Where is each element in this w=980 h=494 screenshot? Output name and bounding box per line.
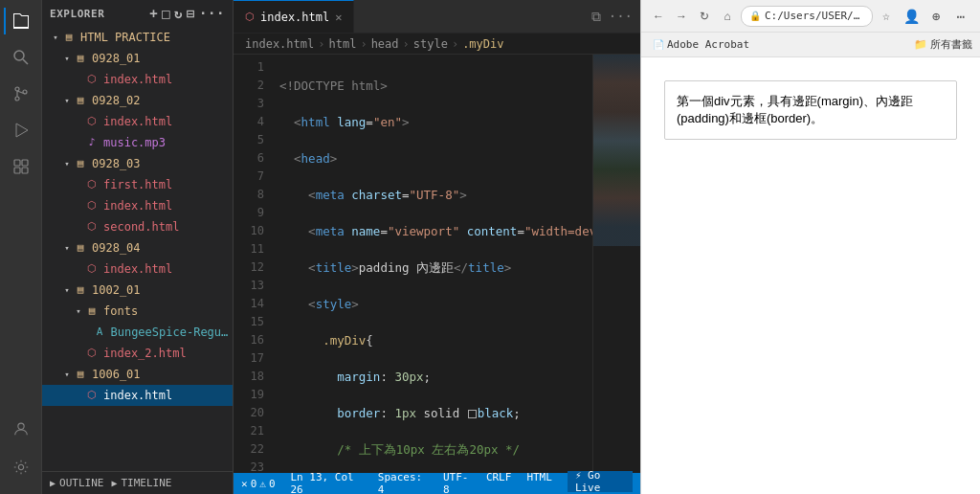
search-icon[interactable] xyxy=(4,40,38,75)
tab-close-button[interactable]: ✕ xyxy=(335,11,342,24)
token: /* 上下為10px 左右為20px */ xyxy=(337,442,520,457)
token: { xyxy=(366,333,373,348)
browser-back-button[interactable]: ← xyxy=(649,7,668,26)
tree-item-second[interactable]: ⬡ second.html xyxy=(42,216,233,237)
token: = xyxy=(380,224,388,238)
tree-item-index-1[interactable]: ⬡ index.html xyxy=(42,69,233,90)
account-icon[interactable] xyxy=(4,412,38,446)
sidebar-icons: + □ ↻ ⊟ ··· xyxy=(149,6,225,21)
token: margin xyxy=(337,370,380,384)
more-tab-actions-icon[interactable]: ··· xyxy=(609,9,633,24)
token xyxy=(279,333,323,348)
browser-address-text: C:/Users/USER/OneDri... xyxy=(765,10,864,22)
browser-address-bar[interactable]: 🔒 C:/Users/USER/OneDri... xyxy=(741,6,873,27)
tree-item-index-4[interactable]: ⬡ index.html xyxy=(42,258,233,280)
encoding[interactable]: UTF-8 xyxy=(443,471,471,494)
tree-item-1006_01[interactable]: ▾ ▤ 1006_01 xyxy=(42,364,233,385)
token: < xyxy=(308,260,316,275)
token: meta xyxy=(316,224,345,238)
folder-arrow: ▾ xyxy=(61,91,73,110)
tree-item-1002_01[interactable]: ▾ ▤ 1002_01 xyxy=(42,280,233,301)
token: < xyxy=(294,151,301,166)
code-line: <meta name="viewport" content="width=dev… xyxy=(279,222,585,240)
browser-menu-button[interactable]: ⋯ xyxy=(949,5,972,28)
tree-item-first[interactable]: ⬡ first.html xyxy=(42,174,233,195)
tree-item-0928_04[interactable]: ▾ ▤ 0928_04 xyxy=(42,237,233,258)
browser-home-button[interactable]: ⌂ xyxy=(718,7,737,26)
browser-profile-button[interactable]: 👤 xyxy=(900,5,923,28)
bookmarks-folder[interactable]: 📁 所有書籤 xyxy=(914,37,972,52)
token: 30px xyxy=(394,370,423,384)
token: padding 內邊距 xyxy=(359,260,454,275)
refresh-icon[interactable]: ↻ xyxy=(174,6,183,21)
browser-reload-button[interactable]: ↻ xyxy=(695,7,714,26)
html-icon: ⬡ xyxy=(84,386,100,405)
tree-item-music[interactable]: ♪ music.mp3 xyxy=(42,132,233,153)
timeline-label: TIMELINE xyxy=(121,477,171,489)
token: < xyxy=(308,297,316,311)
token: > xyxy=(459,188,467,202)
source-control-icon[interactable] xyxy=(4,77,38,111)
token: "en" xyxy=(373,115,402,129)
code-line: <style> xyxy=(279,295,585,313)
extensions-icon[interactable] xyxy=(4,149,38,184)
breadcrumb-head[interactable]: head xyxy=(371,37,399,51)
line-ending[interactable]: CRLF xyxy=(486,471,512,494)
tree-item-index-2[interactable]: ⬡ index.html xyxy=(42,111,233,132)
code-line: <meta charset="UTF-8"> xyxy=(279,186,585,204)
tree-item-0928_01[interactable]: ▾ ▤ 0928_01 xyxy=(42,48,233,69)
collapse-icon[interactable]: ⊟ xyxy=(187,6,195,21)
new-folder-icon[interactable]: □ xyxy=(162,6,170,21)
more-actions-icon[interactable]: ··· xyxy=(199,6,225,21)
new-file-icon[interactable]: + xyxy=(149,6,158,21)
tree-item-index-3[interactable]: ⬡ index.html xyxy=(42,195,233,216)
folder-arrow: ▾ xyxy=(50,28,61,47)
folder-arrow: ▾ xyxy=(61,154,73,173)
code-editor[interactable]: 12345 678910 1112131415 1617181920 21222… xyxy=(234,55,640,473)
token: : xyxy=(380,406,394,420)
token xyxy=(279,224,308,238)
cursor-position[interactable]: Ln 13, Col 26 xyxy=(291,471,363,494)
svg-point-13 xyxy=(18,464,23,469)
breadcrumb-index[interactable]: index.html xyxy=(245,37,314,51)
activity-bar xyxy=(0,0,42,494)
breadcrumb-style[interactable]: style xyxy=(413,37,448,51)
tree-item-0928_03[interactable]: ▾ ▤ 0928_03 xyxy=(42,153,233,174)
code-content[interactable]: <!DOCTYPE html> <html lang="en"> <head> … xyxy=(272,55,592,473)
go-live-button[interactable]: ⚡ Go Live xyxy=(568,471,633,492)
tree-item-index-5[interactable]: ⬡ index_2.html xyxy=(42,343,233,364)
folder-icon: ▤ xyxy=(73,49,88,68)
color-preview xyxy=(468,410,477,418)
tree-item-index-active[interactable]: ⬡ index.html xyxy=(42,385,233,406)
token: </ xyxy=(454,260,468,275)
split-editor-icon[interactable]: ⧉ xyxy=(591,9,601,25)
indentation[interactable]: Spaces: 4 xyxy=(378,471,428,494)
token: = xyxy=(366,115,373,129)
explorer-icon[interactable] xyxy=(4,4,38,38)
folder-arrow: ▾ xyxy=(61,281,73,300)
code-line: <title>padding 內邊距</title> xyxy=(279,258,585,277)
token: ; xyxy=(424,370,432,384)
tree-item-0928_02[interactable]: ▾ ▤ 0928_02 xyxy=(42,90,233,111)
tree-item-fonts[interactable]: ▾ ▤ fonts xyxy=(42,301,233,322)
breadcrumb-current[interactable]: .myDiv xyxy=(462,37,503,51)
tree-item-bungee[interactable]: A BungeeSpice-Regu... xyxy=(42,322,233,343)
file-label: index.html xyxy=(103,386,172,405)
outline-section[interactable]: ▶ OUTLINE xyxy=(50,477,103,489)
browser-favorite-button[interactable]: ☆ xyxy=(877,7,896,26)
tab-index-html[interactable]: ⬡ index.html ✕ xyxy=(234,0,354,33)
tree-root[interactable]: ▾ ▤ HTML PRACTICE xyxy=(42,27,233,48)
browser-extensions-button[interactable]: ⊕ xyxy=(924,5,947,28)
bookmark-label: Adobe Acrobat xyxy=(667,38,749,51)
status-bar-right: Ln 13, Col 26 Spaces: 4 UTF-8 CRLF HTML … xyxy=(291,471,634,494)
status-errors[interactable]: ✕ 0 ⚠ 0 xyxy=(241,478,276,490)
settings-icon[interactable] xyxy=(4,450,38,484)
timeline-section[interactable]: ▶ TIMELINE xyxy=(111,477,171,489)
breadcrumb-html[interactable]: html xyxy=(328,37,356,51)
language-mode[interactable]: HTML xyxy=(526,471,552,494)
run-debug-icon[interactable] xyxy=(4,113,38,147)
folder-icon: ▤ xyxy=(73,154,88,173)
browser-forward-button[interactable]: → xyxy=(672,7,691,26)
token: black xyxy=(478,406,514,420)
bookmark-adobe[interactable]: 📄 Adobe Acrobat xyxy=(649,36,753,53)
